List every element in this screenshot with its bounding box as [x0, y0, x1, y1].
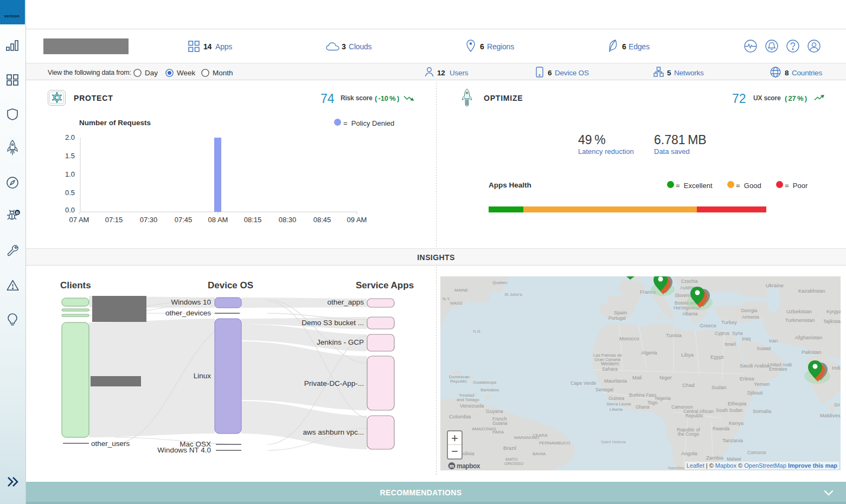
svg-text:Private-DC-App-...: Private-DC-App-...: [304, 379, 364, 387]
svg-text:08:30: 08:30: [279, 216, 297, 224]
svg-text:other_devices: other_devices: [165, 309, 211, 317]
svg-text:0.0: 0.0: [65, 206, 75, 214]
svg-text:Jenkins - GCP: Jenkins - GCP: [317, 338, 364, 346]
svg-text:other_users: other_users: [91, 440, 130, 448]
svg-text:Linux: Linux: [194, 372, 211, 380]
svg-text:Windows NT 4.0: Windows NT 4.0: [157, 446, 211, 454]
svg-text:09 AM: 09 AM: [347, 216, 367, 224]
svg-text:07:30: 07:30: [140, 216, 158, 224]
svg-text:08:45: 08:45: [313, 216, 331, 224]
svg-text:1.5: 1.5: [65, 152, 75, 160]
svg-text:1.0: 1.0: [65, 170, 75, 178]
svg-text:07:45: 07:45: [175, 216, 193, 224]
svg-text:08:15: 08:15: [244, 216, 262, 224]
svg-text:07:15: 07:15: [105, 216, 123, 224]
svg-text:0.5: 0.5: [65, 189, 75, 197]
svg-text:m: m: [450, 463, 454, 469]
svg-text:Demo S3 bucket ...: Demo S3 bucket ...: [302, 319, 364, 327]
svg-text:07 AM: 07 AM: [69, 216, 89, 224]
svg-text:Windows 10: Windows 10: [171, 298, 211, 306]
svg-text:08 AM: 08 AM: [208, 216, 228, 224]
svg-text:mapbox: mapbox: [457, 462, 480, 470]
svg-text:other_apps: other_apps: [327, 298, 364, 306]
svg-text:2.0: 2.0: [65, 133, 75, 141]
svg-text:B: B: [16, 210, 19, 215]
svg-text:aws ashburn vpc...: aws ashburn vpc...: [303, 428, 364, 436]
